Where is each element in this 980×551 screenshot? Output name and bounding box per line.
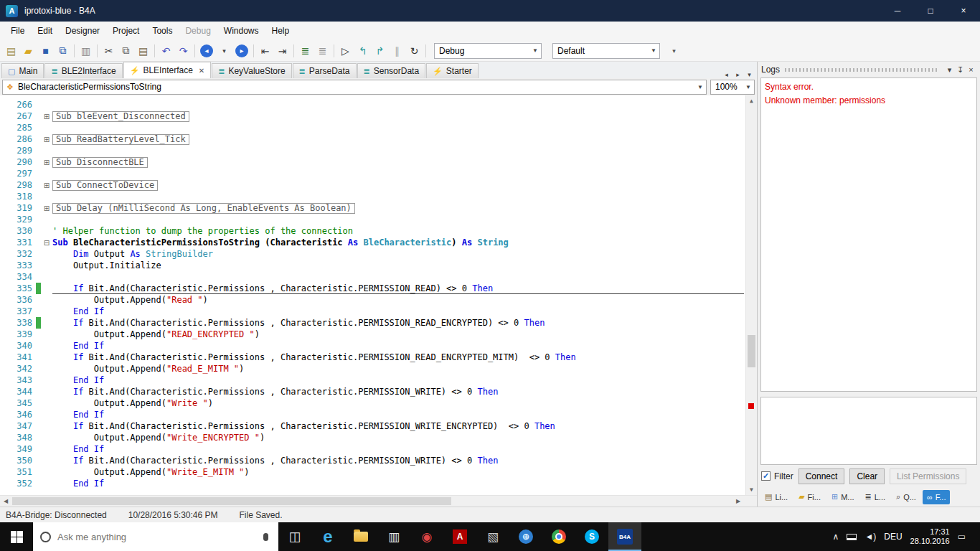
menu-windows[interactable]: Windows xyxy=(217,23,265,39)
code-text[interactable]: Output.Append("Read_E_MITM ") xyxy=(52,363,744,375)
collapsed-sub[interactable]: Sub DisconnectBLE xyxy=(52,157,148,168)
code-text[interactable]: Output.Append("Write_E_MITM ") xyxy=(52,466,744,478)
list-permissions-button[interactable]: List Permissions xyxy=(890,468,966,484)
tab-scroll-right-icon[interactable]: ▸ xyxy=(732,71,743,78)
search-input[interactable] xyxy=(57,532,257,542)
new-module-icon[interactable]: ▥ xyxy=(77,43,94,59)
maximize-button[interactable]: □ xyxy=(914,0,947,22)
fold-plus-icon[interactable]: ⊞ xyxy=(41,159,52,166)
close-icon[interactable]: × xyxy=(966,65,976,75)
scroll-up-icon[interactable]: ▲ xyxy=(746,95,757,106)
tab-main[interactable]: ▢Main xyxy=(1,63,44,78)
navigate-forward-icon[interactable]: ▸ xyxy=(235,44,248,57)
menu-file[interactable]: File xyxy=(4,23,31,39)
code-text[interactable]: Output.Append("Write ") xyxy=(52,397,744,409)
language-indicator[interactable]: DEU xyxy=(884,532,902,542)
tab-ble2interface[interactable]: ≣BLE2Interface xyxy=(44,63,122,78)
collapsed-sub[interactable]: Sub bleEvent_Disconnected xyxy=(52,111,189,122)
start-button[interactable] xyxy=(0,522,33,551)
tab-keyvaluestore[interactable]: ≣KeyValueStore xyxy=(212,63,291,78)
task-view-button[interactable]: ◫ xyxy=(278,522,311,551)
dock-tab-logs[interactable]: ≣L... xyxy=(861,489,890,504)
goto-sub-forward-icon[interactable]: ↱ xyxy=(372,43,388,59)
globe-button[interactable]: ⊕ xyxy=(509,522,542,551)
tab-starter[interactable]: ⚡Starter xyxy=(426,63,479,78)
minimize-button[interactable]: ─ xyxy=(881,0,914,22)
function-selector[interactable]: ❖ BleCharacteristicPermissionsToString ▼ xyxy=(2,80,707,95)
dock-tab-find-references[interactable]: ∞F... xyxy=(923,490,951,504)
code-text[interactable]: Output.Append("Read ") xyxy=(52,294,744,306)
code-text[interactable]: If Bit.And(Characteristic.Permissions , … xyxy=(52,352,744,363)
run-mode-combo[interactable]: Debug▼ xyxy=(434,43,542,59)
save-all-icon[interactable]: ⧉ xyxy=(55,43,71,59)
tab-list-dropdown-icon[interactable]: ▾ xyxy=(744,71,755,78)
taskbar-clock[interactable]: 17:31 28.10.2016 xyxy=(910,527,950,546)
close-button[interactable]: × xyxy=(947,0,980,22)
comment-icon[interactable]: ≣ xyxy=(297,43,314,59)
scroll-down-icon[interactable]: ▼ xyxy=(746,484,757,495)
fold-plus-icon[interactable]: ⊞ xyxy=(41,204,52,212)
redo-icon[interactable]: ↷ xyxy=(175,43,192,59)
history-dropdown-icon[interactable]: ▾ xyxy=(216,43,232,59)
menu-edit[interactable]: Edit xyxy=(31,23,59,39)
code-text[interactable]: Dim Output As StringBuilder xyxy=(52,248,744,260)
microphone-icon[interactable] xyxy=(263,533,268,541)
code-text[interactable]: End If xyxy=(52,340,744,352)
code-text[interactable]: If Bit.And(Characteristic.Permissions , … xyxy=(52,317,744,329)
outdent-icon[interactable]: ⇤ xyxy=(257,43,273,59)
code-text[interactable]: Output.Append("READ_ENCRYPTED ") xyxy=(52,329,744,340)
volume-icon[interactable]: ◄) xyxy=(864,532,876,542)
logs-output-list[interactable]: Syntax error.Unknown member: permissions xyxy=(760,77,977,392)
code-text[interactable]: Sub ConnectToDevice xyxy=(52,179,744,191)
collapsed-sub[interactable]: Sub Delay (nMilliSecond As Long, EnableE… xyxy=(52,203,355,214)
logs-panel-header[interactable]: Logs ▾↧× xyxy=(758,62,980,77)
code-text[interactable]: Output.Append("Write_ENCRYPTED ") xyxy=(52,432,744,443)
close-tab-icon[interactable]: ✕ xyxy=(199,67,204,75)
filter-toggle[interactable]: ✓ Filter xyxy=(761,471,793,481)
pause-icon[interactable]: ∥ xyxy=(389,43,405,59)
filter-checkbox[interactable]: ✓ xyxy=(761,471,771,481)
code-text[interactable]: Output.Initialize xyxy=(52,260,744,271)
code-text[interactable]: End If xyxy=(52,306,744,317)
paste-icon[interactable]: ▤ xyxy=(135,43,151,59)
tab-scroll-left-icon[interactable]: ◂ xyxy=(721,71,732,78)
file-explorer-button[interactable] xyxy=(344,522,377,551)
zoom-selector[interactable]: 100% ▼ xyxy=(710,80,755,95)
dock-tab-files[interactable]: ▰Fi... xyxy=(794,489,825,504)
code-text[interactable]: Sub Delay (nMilliSecond As Long, EnableE… xyxy=(52,202,744,214)
code-text[interactable]: Sub BleCharacteristicPermissionsToString… xyxy=(52,237,744,248)
tab-parsedata[interactable]: ≣ParseData xyxy=(293,63,357,78)
chevron-down-icon[interactable]: ▾ xyxy=(944,65,955,75)
menu-help[interactable]: Help xyxy=(265,23,296,39)
menu-designer[interactable]: Designer xyxy=(59,23,106,39)
panel-drag-grip[interactable] xyxy=(785,68,939,72)
goto-sub-back-icon[interactable]: ↰ xyxy=(354,43,371,59)
action-center-icon[interactable]: ▭ xyxy=(958,532,966,542)
fold-plus-icon[interactable]: ⊞ xyxy=(41,113,52,121)
collapsed-sub[interactable]: Sub ReadBatteryLevel_Tick xyxy=(52,134,189,145)
cut-icon[interactable]: ✂ xyxy=(100,43,117,59)
code-text[interactable]: Sub ReadBatteryLevel_Tick xyxy=(52,133,744,145)
gray-app-button[interactable]: ▧ xyxy=(476,522,509,551)
code-text[interactable]: If Bit.And(Characteristic.Permissions , … xyxy=(52,386,744,397)
dock-tab-libraries[interactable]: ▤Li... xyxy=(760,489,792,504)
code-text[interactable]: End If xyxy=(52,375,744,386)
horizontal-scroll-thumb[interactable] xyxy=(12,497,451,505)
chrome-button[interactable] xyxy=(542,522,575,551)
copy-icon[interactable]: ⧉ xyxy=(118,43,134,59)
network-icon[interactable] xyxy=(847,534,857,540)
hidden-icons-button[interactable]: ∧ xyxy=(833,532,839,542)
code-text[interactable]: End If xyxy=(52,478,744,489)
menu-project[interactable]: Project xyxy=(106,23,146,39)
vertical-scrollbar[interactable]: ▲ ▼ xyxy=(745,95,757,495)
collapsed-sub[interactable]: Sub ConnectToDevice xyxy=(52,180,158,191)
code-text[interactable]: Sub bleEvent_Disconnected xyxy=(52,110,744,122)
acrobat-button[interactable]: A xyxy=(443,522,476,551)
save-icon[interactable]: ■ xyxy=(37,43,54,59)
uncomment-icon[interactable]: ≣ xyxy=(314,43,331,59)
taskbar-search[interactable] xyxy=(33,522,278,551)
logs-detail-box[interactable] xyxy=(760,397,977,465)
dock-tab-quick-search[interactable]: ⌕Q... xyxy=(892,489,920,504)
open-icon[interactable]: ▰ xyxy=(20,43,37,59)
code-text[interactable]: If Bit.And(Characteristic.Permissions , … xyxy=(52,283,744,294)
